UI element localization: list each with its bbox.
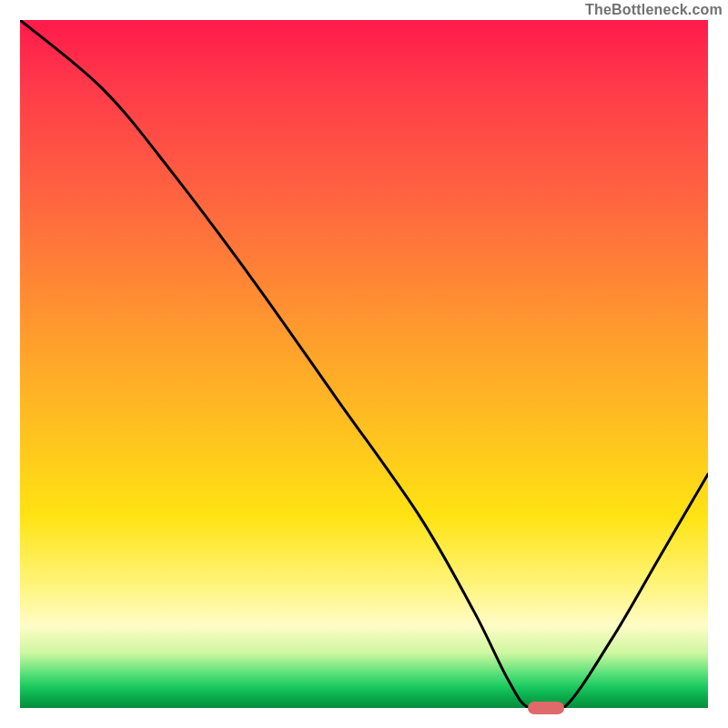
bottleneck-curve [20, 20, 708, 708]
chart-curve-layer [20, 20, 708, 708]
chart-stage: TheBottleneck.com [0, 0, 728, 728]
optimal-marker [528, 702, 564, 714]
attribution-text: TheBottleneck.com [585, 2, 723, 18]
